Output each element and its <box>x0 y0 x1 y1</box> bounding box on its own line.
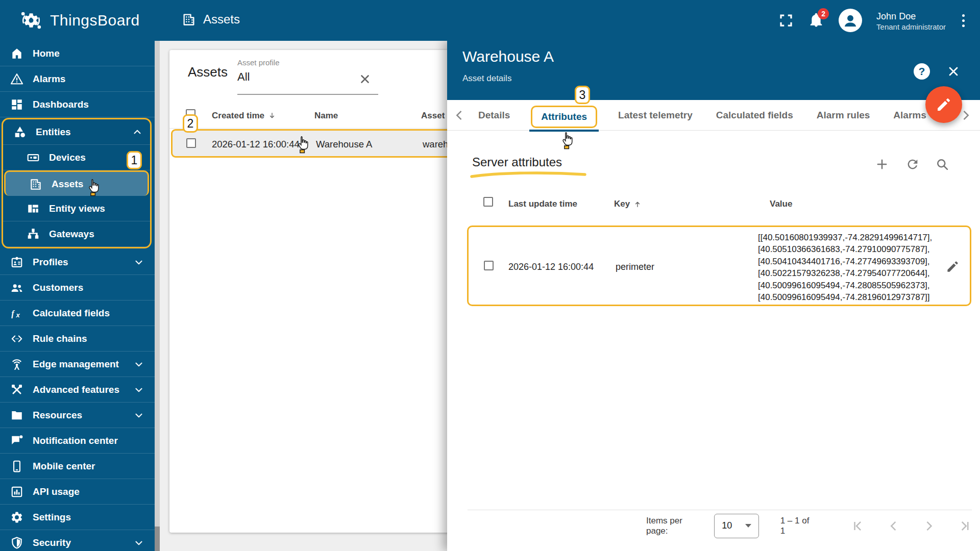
tab-calculated-fields[interactable]: Calculated fields <box>716 110 793 121</box>
sidebar-item-notification-center[interactable]: Notification center <box>0 428 155 454</box>
sidebar-item-calculated-fields[interactable]: Calculated fields <box>0 300 155 326</box>
marker-underline-annotation <box>470 171 587 179</box>
column-header-key[interactable]: Key <box>614 199 642 209</box>
sidebar-item-entity-views[interactable]: Entity views <box>3 196 150 221</box>
page-size-value: 10 <box>722 520 732 531</box>
details-title: Warehouse A <box>462 48 554 65</box>
hand-cursor-icon <box>559 131 576 150</box>
dashboards-icon <box>10 98 23 111</box>
tab-attributes[interactable]: Attributes <box>541 111 587 122</box>
sidebar-item-home[interactable]: Home <box>0 41 155 66</box>
sidebar-item-api-usage[interactable]: API usage <box>0 479 155 505</box>
previous-page-icon[interactable] <box>887 519 901 533</box>
asset-details-panel: Warehouse A Asset details ? Details Attr… <box>447 41 980 551</box>
sidebar-item-settings[interactable]: Settings <box>0 505 155 530</box>
user-name: John Doe <box>876 10 946 22</box>
clear-filter-icon[interactable] <box>358 72 372 86</box>
chevron-down-icon <box>133 410 144 421</box>
column-header-created-time[interactable]: Created time <box>212 111 277 121</box>
select-caret-icon <box>745 524 751 528</box>
edge-antenna-icon <box>10 358 23 371</box>
fullscreen-icon[interactable] <box>778 13 794 28</box>
chevron-down-icon <box>133 257 144 268</box>
column-header-value[interactable]: Value <box>770 199 792 209</box>
notifications-button[interactable]: 2 <box>808 12 824 29</box>
filter-underline <box>237 94 378 95</box>
tab-latest-telemetry[interactable]: Latest telemetry <box>618 110 693 121</box>
details-tabs-bar: Details Attributes Latest telemetry Calc… <box>447 100 980 131</box>
last-page-icon[interactable] <box>958 519 972 533</box>
paginator-range: 1 – 1 of 1 <box>780 516 816 536</box>
notification-center-icon <box>10 434 23 447</box>
cell-key: perimeter <box>616 262 654 272</box>
first-page-icon[interactable] <box>851 519 865 533</box>
user-role: Tenant administrator <box>876 22 946 31</box>
row-checkbox[interactable] <box>484 261 494 270</box>
tab-alarms[interactable]: Alarms <box>893 110 926 121</box>
sidebar-item-security[interactable]: Security <box>0 530 155 551</box>
refresh-icon[interactable] <box>905 157 920 171</box>
shield-icon <box>10 536 23 549</box>
details-header: Warehouse A Asset details ? <box>447 41 980 100</box>
row-checkbox[interactable] <box>186 138 196 148</box>
hand-cursor-icon <box>86 178 102 197</box>
column-header-name[interactable]: Name <box>314 111 338 121</box>
cell-last-update-time: 2026-01-12 16:00:44 <box>508 262 594 272</box>
sidebar-item-rule-chains[interactable]: Rule chains <box>0 326 155 352</box>
top-header: ThingsBoard Assets 2 John Doe Tenant adm… <box>0 0 980 41</box>
hand-cursor-icon <box>295 135 311 154</box>
sidebar-item-profiles[interactable]: Profiles <box>0 249 155 275</box>
sidebar-item-mobile-center[interactable]: Mobile center <box>0 454 155 479</box>
details-subtitle: Asset details <box>462 73 511 84</box>
assets-icon <box>29 178 42 191</box>
cell-value: [[40.50160801939937,-74.28291499614717],… <box>758 232 932 303</box>
thingsboard-logo-icon <box>19 9 43 32</box>
tabs-scroll-left-icon[interactable] <box>452 108 467 122</box>
column-header-last-update-time[interactable]: Last update time <box>508 199 577 209</box>
tab-alarm-rules[interactable]: Alarm rules <box>817 110 870 121</box>
next-page-icon[interactable] <box>922 519 936 533</box>
sort-desc-icon <box>267 111 277 120</box>
devices-icon <box>27 151 40 164</box>
app-logo[interactable]: ThingsBoard <box>19 9 140 32</box>
search-icon[interactable] <box>935 157 949 171</box>
sidebar-item-edge-management[interactable]: Edge management <box>0 352 155 377</box>
help-button[interactable]: ? <box>914 63 930 80</box>
assets-card-title: Assets <box>188 64 228 80</box>
edit-asset-fab[interactable] <box>925 86 962 123</box>
sidebar-scrollbar[interactable] <box>155 41 160 551</box>
chevron-down-icon <box>133 537 144 548</box>
sidebar-item-advanced-features[interactable]: Advanced features <box>0 377 155 403</box>
add-attribute-icon[interactable] <box>875 157 889 171</box>
entity-views-icon <box>27 202 40 215</box>
avatar[interactable] <box>839 9 862 32</box>
kebab-menu-icon[interactable] <box>960 12 967 29</box>
asset-profile-filter-value[interactable]: All <box>237 70 250 84</box>
asset-profile-filter-label: Asset profile <box>237 58 280 67</box>
edit-attribute-pencil-icon[interactable] <box>946 260 960 273</box>
close-icon[interactable] <box>946 64 961 79</box>
sidebar-item-gateways[interactable]: Gateways <box>3 221 150 247</box>
annotation-step-2-badge: 2 <box>183 114 198 133</box>
tab-details[interactable]: Details <box>478 110 510 121</box>
annotation-step-3-badge: 3 <box>575 86 590 104</box>
paginator: Items per page: 10 1 – 1 of 1 <box>468 510 972 541</box>
attribute-scope-select[interactable]: Server attributes <box>472 155 562 169</box>
sidebar-item-entities[interactable]: Entities <box>3 119 150 145</box>
cell-name: Warehouse A <box>316 139 372 150</box>
sidebar-scrollbar-thumb[interactable] <box>155 527 160 551</box>
sidebar-item-customers[interactable]: Customers <box>0 275 155 300</box>
sidebar-item-assets[interactable]: Assets <box>4 170 149 196</box>
sidebar-item-dashboards[interactable]: Dashboards <box>0 92 155 117</box>
entities-icon <box>13 126 27 139</box>
page-size-select[interactable]: 10 <box>714 514 759 538</box>
folder-icon <box>10 409 23 422</box>
customers-icon <box>10 281 23 294</box>
sidebar: Home Alarms Dashboards Entities Devices <box>0 41 160 551</box>
sidebar-item-alarms[interactable]: Alarms <box>0 66 155 92</box>
sidebar-item-resources[interactable]: Resources <box>0 403 155 428</box>
user-info[interactable]: John Doe Tenant administrator <box>876 10 946 31</box>
attribute-table-row[interactable]: 2026-01-12 16:00:44 perimeter [[40.50160… <box>467 226 971 306</box>
select-all-attributes-checkbox[interactable] <box>483 197 493 207</box>
api-usage-chart-icon <box>10 485 23 498</box>
